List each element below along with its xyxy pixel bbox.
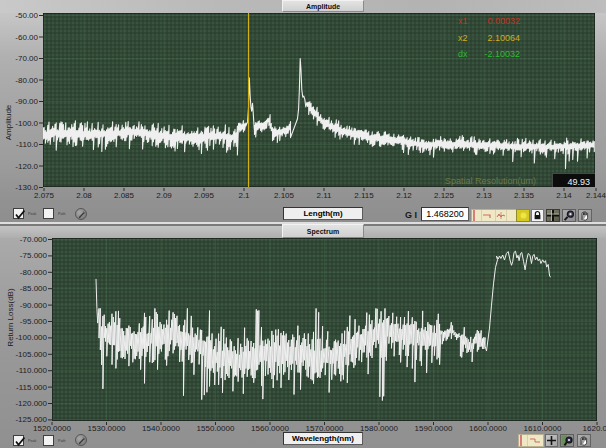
svg-text:-2.10032: -2.10032 bbox=[484, 49, 520, 59]
svg-text:49.93: 49.93 bbox=[567, 177, 590, 187]
svg-text:2.10064: 2.10064 bbox=[487, 33, 520, 43]
svg-text:x1: x1 bbox=[458, 16, 468, 26]
svg-text:Spatial Resolution(um): Spatial Resolution(um) bbox=[445, 176, 536, 186]
svg-text:dx: dx bbox=[458, 49, 468, 59]
svg-text:0.00032: 0.00032 bbox=[487, 16, 520, 26]
svg-text:x2: x2 bbox=[458, 33, 468, 43]
